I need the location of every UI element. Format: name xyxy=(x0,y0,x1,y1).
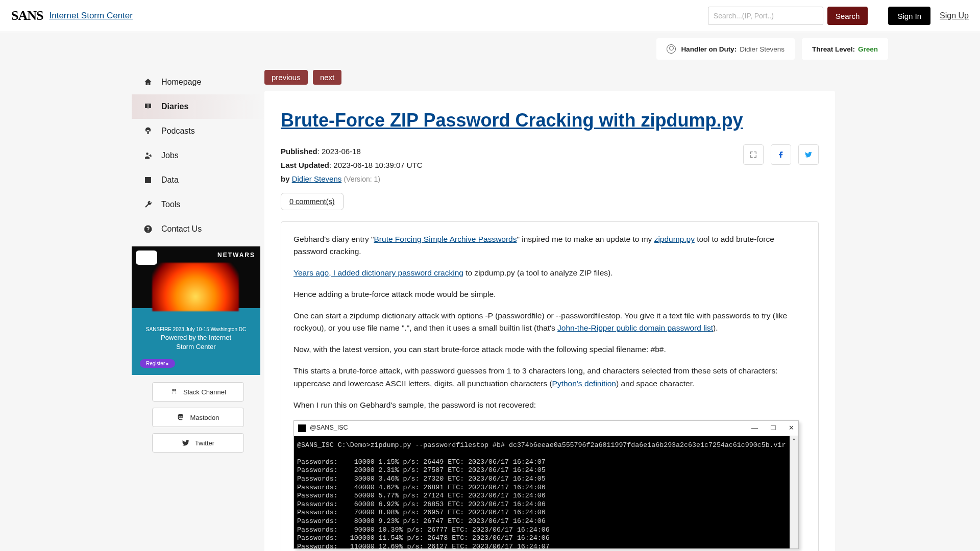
sidebar-item-label: Diaries xyxy=(161,102,188,111)
promo-register-button[interactable]: Register ▸ xyxy=(140,359,175,368)
sidebar-item-data[interactable]: Data xyxy=(132,168,264,192)
mastodon-icon xyxy=(177,413,185,421)
sidebar: HomepageDiariesPodcastsJobsDataToolsCont… xyxy=(132,70,264,551)
terminal-titlebar: @SANS_ISC — ☐ ✕ xyxy=(294,421,798,436)
terminal-body: @SANS_ISC C:\Demo>zipdump.py --passwordf… xyxy=(294,436,798,548)
threat-level-box: Threat Level: Green xyxy=(802,38,888,60)
minimize-icon[interactable]: — xyxy=(751,423,758,433)
book-icon xyxy=(143,102,153,112)
user-circle-icon xyxy=(667,44,676,54)
sidebar-item-label: Podcasts xyxy=(161,127,195,136)
sidebar-item-podcasts[interactable]: Podcasts xyxy=(132,119,264,143)
top-bar: SANS Internet Storm Center Search Sign I… xyxy=(0,0,980,32)
published-value: 2023-06-18 xyxy=(322,147,361,156)
social-label: Twitter xyxy=(195,439,214,447)
sidebar-item-label: Data xyxy=(161,176,179,185)
body-text: When I run this on Gebhard's sample, the… xyxy=(293,399,806,411)
body-text: ) and space character. xyxy=(616,379,694,388)
previous-button[interactable]: previous xyxy=(264,70,308,85)
next-button[interactable]: next xyxy=(313,70,341,85)
by-label: by xyxy=(281,174,290,183)
sidebar-item-tools[interactable]: Tools xyxy=(132,192,264,217)
body-text: Now, with the latest version, you can st… xyxy=(293,343,806,356)
status-strip: Handler on Duty: Didier Stevens Threat L… xyxy=(0,32,980,60)
help-icon xyxy=(143,224,153,234)
promo-line2: Powered by the Internet xyxy=(132,333,260,342)
body-text: Hence adding a brute-force attack mode w… xyxy=(293,288,806,300)
terminal-title-text: @SANS_ISC xyxy=(310,423,348,433)
wrench-icon xyxy=(143,199,153,210)
body-text: Gebhard's diary entry " xyxy=(293,235,374,243)
search-input[interactable] xyxy=(708,7,823,25)
handler-label: Handler on Duty: xyxy=(681,45,737,53)
handler-value[interactable]: Didier Stevens xyxy=(740,45,785,53)
podcast-icon xyxy=(143,126,153,136)
threat-value[interactable]: Green xyxy=(858,45,878,53)
sans-logo[interactable]: SANS xyxy=(11,8,43,23)
sidebar-item-label: Jobs xyxy=(161,151,179,160)
article-card: Brute-Force ZIP Password Cracking with z… xyxy=(264,91,835,551)
fire-icon xyxy=(152,263,239,311)
promo-text: SANSFIRE 2023 July 10-15 Washington DC P… xyxy=(132,326,260,352)
site-title-link[interactable]: Internet Storm Center xyxy=(49,11,132,21)
article-title-link[interactable]: Brute-Force ZIP Password Cracking with z… xyxy=(281,110,743,131)
share-buttons xyxy=(743,144,819,165)
maximize-icon[interactable]: ☐ xyxy=(770,423,776,433)
sidebar-item-label: Tools xyxy=(161,200,180,209)
terminal-command: @SANS_ISC C:\Demo>zipdump.py --passwordf… xyxy=(297,441,786,449)
sign-in-button[interactable]: Sign In xyxy=(888,7,930,25)
handler-on-duty-box: Handler on Duty: Didier Stevens xyxy=(656,38,795,60)
promo-brand: NETWARS xyxy=(217,252,255,259)
search-button[interactable]: Search xyxy=(827,7,868,25)
close-icon[interactable]: ✕ xyxy=(789,423,794,433)
cmd-icon xyxy=(298,424,306,432)
updated-value: 2023-06-18 10:39:07 UTC xyxy=(333,161,422,169)
published-label: Published xyxy=(281,147,317,156)
body-link-zipdump[interactable]: zipdump.py xyxy=(654,235,695,243)
body-link-python[interactable]: Python's definition xyxy=(552,379,616,388)
version-text: (Version: 1) xyxy=(344,175,380,183)
sign-up-link[interactable]: Sign Up xyxy=(940,11,969,20)
slack-button[interactable]: Slack Channel xyxy=(152,382,244,402)
twitter-button[interactable]: Twitter xyxy=(152,433,244,453)
main-column: previous next Brute-Force ZIP Password C… xyxy=(264,70,835,551)
social-label: Mastodon xyxy=(190,414,219,421)
mastodon-button[interactable]: Mastodon xyxy=(152,408,244,427)
twitter-icon xyxy=(182,439,190,447)
author-link[interactable]: Didier Stevens xyxy=(292,174,342,183)
sidebar-item-jobs[interactable]: Jobs xyxy=(132,143,264,168)
sidebar-item-contact-us[interactable]: Contact Us xyxy=(132,217,264,241)
scrollbar[interactable] xyxy=(790,436,798,548)
promo-line3: Storm Center xyxy=(132,342,260,352)
social-label: Slack Channel xyxy=(183,388,226,396)
home-icon xyxy=(143,77,153,87)
body-text: This starts a brute-force attack, with p… xyxy=(293,366,778,387)
slack-icon xyxy=(170,388,178,396)
pager: previous next xyxy=(264,70,835,85)
article-meta: Published: 2023-06-18 Last Updated: 2023… xyxy=(281,144,423,186)
facebook-icon[interactable] xyxy=(771,144,791,165)
twitter-icon[interactable] xyxy=(798,144,819,165)
body-link-brute-forcing[interactable]: Brute Forcing Simple Archive Passwords xyxy=(374,235,517,243)
terminal-screenshot: @SANS_ISC — ☐ ✕ @SANS_ISC C:\Demo>zipdum… xyxy=(293,420,799,549)
comments-button[interactable]: 0 comment(s) xyxy=(281,193,344,210)
promo-line1: SANSFIRE 2023 July 10-15 Washington DC xyxy=(132,326,260,333)
body-link-years-ago[interactable]: Years ago, I added dictionary password c… xyxy=(293,268,463,277)
sidebar-item-label: Homepage xyxy=(161,78,201,87)
article-body: Gebhard's diary entry "Brute Forcing Sim… xyxy=(281,221,819,551)
sidebar-item-homepage[interactable]: Homepage xyxy=(132,70,264,94)
sidebar-item-diaries[interactable]: Diaries xyxy=(132,94,264,119)
jobs-icon xyxy=(143,151,153,161)
body-text: to zipdump.py (a tool to analyze ZIP fil… xyxy=(463,268,613,277)
fullscreen-icon[interactable] xyxy=(743,144,764,165)
body-text: " inspired me to make an update to my xyxy=(517,235,654,243)
sidebar-item-label: Contact Us xyxy=(161,224,202,234)
body-text: ). xyxy=(713,323,718,332)
promo-banner[interactable]: NETWARS SANSFIRE 2023 July 10-15 Washing… xyxy=(132,246,260,375)
body-link-john[interactable]: John-the-Ripper public domain password l… xyxy=(557,323,713,332)
threat-label: Threat Level: xyxy=(812,45,855,53)
chart-icon xyxy=(143,175,153,185)
updated-label: Last Updated xyxy=(281,161,329,169)
